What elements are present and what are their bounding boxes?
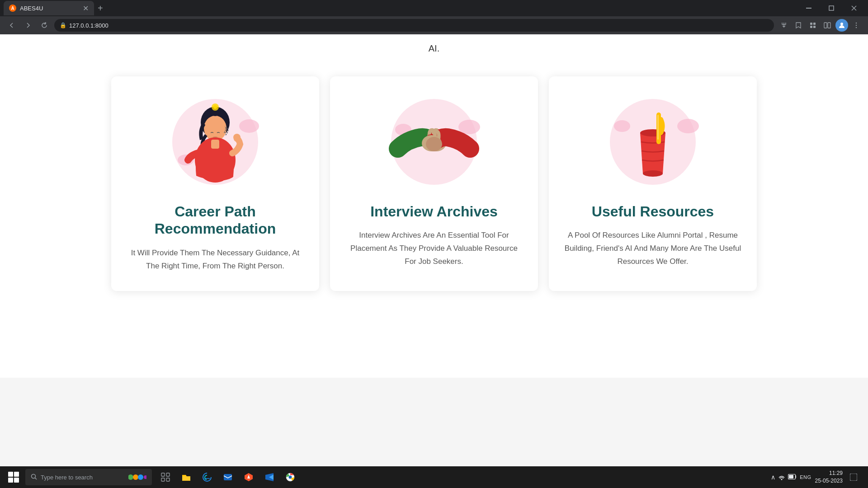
browser-tab[interactable]: A ABES4U ✕: [4, 1, 94, 15]
interview-archives-illustration: [384, 90, 484, 189]
extensions-button[interactable]: [807, 19, 819, 32]
svg-point-10: [840, 23, 843, 25]
career-path-desc: It Will Provide Them The Necessary Guida…: [125, 247, 306, 273]
svg-rect-9: [828, 23, 830, 28]
split-view-button[interactable]: [821, 19, 834, 32]
svg-point-26: [458, 120, 480, 134]
back-button[interactable]: [5, 19, 18, 32]
interview-archives-desc: Interview Archives Are An Essential Tool…: [344, 229, 524, 268]
maximize-button[interactable]: [821, 1, 842, 15]
lock-icon: 🔒: [60, 22, 66, 28]
svg-point-13: [856, 27, 857, 28]
career-path-card: Career Path Recommendation It Will Provi…: [111, 76, 319, 291]
svg-point-23: [233, 134, 241, 141]
career-path-illustration: [165, 90, 265, 189]
url-text: 127.0.0.1:8000: [69, 22, 108, 29]
close-button[interactable]: [844, 1, 864, 15]
bookmark-button[interactable]: [792, 19, 805, 32]
useful-resources-card: Useful Resources A Pool Of Resources Lik…: [549, 76, 757, 291]
new-tab-button[interactable]: +: [98, 3, 103, 14]
svg-rect-0: [806, 8, 811, 9]
svg-rect-4: [810, 23, 812, 25]
svg-point-15: [239, 119, 259, 133]
svg-point-12: [856, 25, 857, 26]
reload-button[interactable]: [38, 19, 51, 32]
svg-rect-1: [829, 6, 834, 10]
page-content: AI.: [0, 34, 868, 378]
forward-button[interactable]: [22, 19, 34, 32]
tab-title: ABES4U: [20, 5, 79, 12]
svg-rect-37: [657, 115, 659, 140]
share-button[interactable]: [778, 19, 790, 32]
tab-favicon: A: [9, 5, 16, 12]
menu-button[interactable]: [850, 19, 863, 32]
profile-button[interactable]: [835, 19, 848, 32]
career-path-title: Career Path Recommendation: [125, 203, 306, 238]
svg-rect-7: [813, 26, 816, 28]
title-bar: A ABES4U ✕ +: [0, 0, 868, 16]
svg-rect-8: [824, 23, 827, 28]
browser-toolbar: 🔒 127.0.0.1:8000: [0, 16, 868, 34]
window-controls: [798, 1, 864, 15]
useful-resources-desc: A Pool Of Resources Like Alumni Portal ,…: [562, 229, 743, 268]
svg-rect-24: [211, 140, 219, 149]
svg-point-21: [213, 105, 217, 109]
svg-rect-5: [813, 23, 816, 25]
svg-point-35: [643, 170, 663, 177]
ai-label: AI.: [0, 34, 868, 58]
svg-point-32: [677, 119, 699, 133]
interview-archives-card: Interview Archives Interview Archives Ar…: [330, 76, 538, 291]
interview-archives-title: Interview Archives: [370, 203, 498, 220]
address-bar[interactable]: 🔒 127.0.0.1:8000: [54, 19, 774, 32]
svg-rect-6: [810, 26, 812, 28]
useful-resources-illustration: [603, 90, 703, 189]
cards-section: Career Path Recommendation It Will Provi…: [0, 58, 868, 318]
svg-point-33: [614, 120, 630, 132]
minimize-button[interactable]: [798, 1, 819, 15]
tab-close-button[interactable]: ✕: [83, 4, 89, 13]
toolbar-actions: [778, 19, 863, 32]
svg-point-30: [426, 137, 442, 151]
browser-window: A ABES4U ✕ + 🔒 127.0.: [0, 0, 868, 34]
svg-point-11: [856, 23, 857, 23]
useful-resources-title: Useful Resources: [592, 203, 714, 220]
